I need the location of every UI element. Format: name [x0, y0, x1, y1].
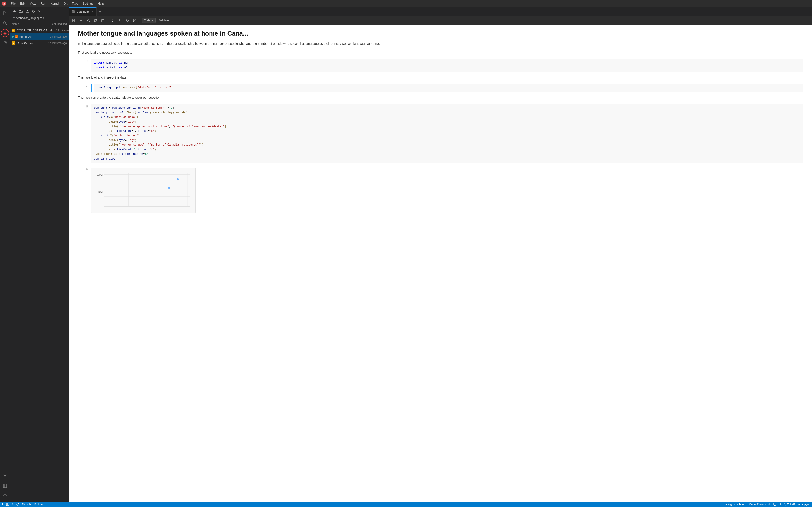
run-all-button[interactable]: [132, 17, 138, 23]
git-status-button[interactable]: [37, 9, 43, 14]
notebook-content: Mother tongue and languages spoken at ho…: [69, 25, 812, 502]
menu-git[interactable]: Git: [62, 1, 69, 6]
svg-rect-31: [73, 20, 74, 22]
svg-point-1: [4, 3, 5, 4]
copy-button[interactable]: [92, 17, 99, 23]
chart-count: [5]:: [78, 166, 89, 213]
status-git[interactable]: Git: idle: [22, 503, 31, 506]
status-right: Saving completed Mode: Command Ln 1, Col…: [724, 503, 810, 506]
status-position: Ln 1, Col 20: [780, 503, 795, 506]
cell-2-code[interactable]: import pandas as pd import altair as alt: [91, 59, 803, 72]
main-layout: / canadian_languages / Name Last Modifie…: [0, 7, 812, 502]
column-name-header[interactable]: Name: [12, 22, 44, 25]
svg-point-13: [4, 475, 6, 476]
menu-run[interactable]: Run: [39, 1, 48, 6]
restart-button[interactable]: [124, 17, 131, 23]
column-modified-header[interactable]: Last Modified: [44, 22, 67, 25]
breadcrumb: / canadian_languages /: [10, 15, 69, 21]
status-col-num: 1: [12, 503, 14, 506]
cell-2-wrapper: [2]: import pandas as pd import altair a…: [78, 59, 803, 72]
menu-tabs[interactable]: Tabs: [70, 1, 80, 6]
md-file-icon: MD: [12, 29, 15, 32]
section1-text: First we load the necessary packages:: [78, 50, 803, 55]
cell-4-indicator: [91, 83, 92, 92]
svg-point-7: [4, 34, 5, 35]
file-modified-readme: 14 minutes ago: [44, 42, 67, 45]
cell-5-count: [5]:: [78, 104, 89, 163]
validate-button[interactable]: Validate: [157, 18, 171, 23]
file-active-dot: [12, 36, 14, 38]
status-kernel[interactable]: R | Idle: [34, 503, 43, 506]
new-folder-button[interactable]: [18, 9, 23, 14]
files-icon[interactable]: [1, 9, 9, 17]
svg-point-12: [5, 42, 6, 43]
menu-edit[interactable]: Edit: [18, 1, 27, 6]
puzzle-icon[interactable]: [1, 492, 9, 500]
cell-4-wrapper: [4]: can_lang = pd.read_csv("data/can_la…: [78, 83, 803, 92]
tab-eda[interactable]: 📓 eda.ipynb ✕: [69, 7, 97, 16]
activity-bar: [0, 7, 10, 502]
svg-point-23: [40, 11, 40, 11]
svg-point-6: [5, 32, 5, 33]
scatter-chart: 100M 10M: [94, 171, 193, 210]
menu-file[interactable]: File: [9, 1, 17, 6]
svg-rect-3: [4, 13, 6, 14]
tab-close-button[interactable]: ✕: [91, 10, 94, 13]
svg-line-9: [4, 33, 5, 34]
status-saving: Saving completed: [724, 503, 745, 506]
menu-kernel[interactable]: Kernel: [49, 1, 61, 6]
menu-view[interactable]: View: [28, 1, 38, 6]
svg-rect-2: [4, 13, 6, 13]
cell-5-code[interactable]: can_lang = can_lang[can_lang["most_at_ho…: [91, 104, 803, 163]
new-tab-button[interactable]: +: [97, 7, 104, 16]
paste-button[interactable]: [100, 17, 106, 23]
svg-rect-39: [95, 19, 97, 22]
notebook-title-cell: Mother tongue and languages spoken at ho…: [78, 30, 803, 38]
svg-point-8: [5, 34, 6, 35]
new-file-button[interactable]: [12, 9, 17, 14]
tab-file-icon: 📓: [71, 10, 75, 13]
menu-bar: File Edit View Run Kernel Git Tabs Setti…: [0, 0, 812, 7]
chart-more-button[interactable]: ···: [191, 170, 194, 174]
add-cell-button[interactable]: [78, 17, 84, 23]
file-item-readme[interactable]: MD README.md 14 minutes ago: [10, 40, 69, 46]
chart-output: ··· 100M 10M: [91, 168, 196, 213]
status-file: eda.ipynb: [798, 503, 810, 506]
svg-rect-41: [102, 19, 104, 22]
stop-button[interactable]: [117, 17, 123, 23]
save-button[interactable]: [71, 17, 77, 23]
readme-file-icon: MD: [12, 41, 15, 45]
status-line-col: 1: [2, 503, 3, 506]
svg-point-62: [168, 187, 170, 189]
menu-settings[interactable]: Settings: [81, 1, 95, 6]
menu-help[interactable]: Help: [96, 1, 106, 6]
file-name-readme: README.md: [17, 42, 44, 45]
file-name-eda: eda.ipynb: [19, 35, 44, 39]
svg-point-11: [4, 42, 5, 43]
app-logo: [2, 1, 6, 6]
file-item-eda[interactable]: ipynb eda.ipynb 2 minutes ago: [10, 34, 69, 40]
search-icon[interactable]: [1, 19, 9, 27]
settings-icon[interactable]: [1, 472, 9, 480]
svg-point-36: [89, 21, 90, 22]
svg-line-5: [5, 23, 7, 25]
notebook-toolbar: Code Validate: [69, 16, 812, 25]
cut-button[interactable]: [85, 17, 92, 23]
section3-text: Then we can create the scatter plot to a…: [78, 95, 803, 100]
svg-text:MD: MD: [12, 30, 14, 32]
file-item-code-of-conduct[interactable]: MD CODE_OF_CONDUCT.md 14 minutes ago: [10, 27, 69, 34]
svg-text:10M: 10M: [98, 190, 103, 193]
svg-point-65: [17, 504, 18, 505]
git-icon[interactable]: [1, 29, 9, 37]
toolbar-sep-1: [108, 18, 108, 23]
run-button[interactable]: [110, 17, 116, 23]
refresh-button[interactable]: [31, 9, 36, 14]
kernel-select[interactable]: Code: [142, 18, 156, 23]
svg-point-61: [177, 178, 179, 180]
upload-button[interactable]: [24, 9, 30, 14]
users-icon[interactable]: [1, 39, 9, 47]
svg-point-22: [39, 11, 39, 11]
svg-rect-14: [3, 484, 7, 488]
book-icon[interactable]: [1, 482, 9, 490]
cell-4-code[interactable]: can_lang = pd.read_csv("data/can_lang.cs…: [94, 83, 803, 92]
